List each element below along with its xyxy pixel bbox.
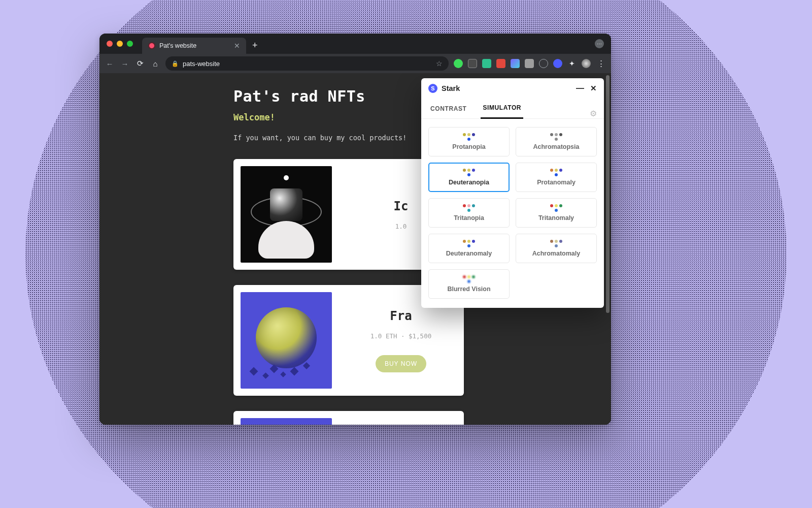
scrollbar-thumb[interactable]	[606, 75, 610, 313]
sim-label: Protanopia	[452, 143, 485, 150]
sim-label: Achromatomaly	[532, 250, 580, 257]
extensions-puzzle-icon[interactable]: ✦	[567, 59, 577, 68]
stark-panel-header: S Stark — ✕	[421, 78, 604, 99]
favicon-icon	[148, 42, 155, 49]
gear-icon[interactable]: ⚙	[590, 109, 597, 118]
color-dots-icon	[462, 275, 476, 283]
address-bar[interactable]: 🔒 pats-website ☆	[165, 56, 449, 71]
tab-close-icon[interactable]: ✕	[234, 42, 240, 50]
reload-button[interactable]: ⟳	[135, 59, 145, 68]
extension-icon[interactable]	[482, 59, 491, 68]
url-text: pats-website	[183, 60, 220, 68]
kebab-menu-icon[interactable]: ⋮	[596, 59, 606, 68]
extension-icon[interactable]	[511, 59, 520, 68]
minimize-icon[interactable]: —	[576, 84, 584, 93]
page-viewport: Pat's rad NFTs Welcome! If you want, you…	[99, 73, 611, 425]
extension-icon[interactable]	[454, 59, 463, 68]
product-thumbnail	[241, 292, 332, 389]
toolbar: ← → ⟳ ⌂ 🔒 pats-website ☆ ✦ ⋮	[99, 54, 611, 73]
sim-tritanomaly[interactable]: Tritanomaly	[516, 198, 597, 228]
product-title: Ic	[394, 199, 409, 213]
extension-icon[interactable]	[496, 59, 505, 68]
back-button[interactable]: ←	[105, 59, 115, 68]
stark-tabs: CONTRAST SIMULATOR ⚙	[421, 99, 604, 119]
sim-blurred[interactable]: Blurred Vision	[428, 269, 510, 299]
color-dots-icon	[462, 204, 476, 212]
color-dots-icon	[462, 133, 476, 141]
new-tab-button[interactable]: +	[252, 40, 258, 51]
sim-achromatopsia[interactable]: Achromatopsia	[516, 127, 597, 156]
extensions-tray: ✦ ⋮	[454, 59, 606, 68]
color-dots-icon	[549, 133, 563, 141]
stark-logo-icon: S	[428, 84, 437, 93]
extension-icon[interactable]	[468, 59, 477, 68]
sim-label: Deuteranopia	[449, 179, 489, 186]
color-dots-icon	[462, 240, 476, 247]
profile-avatar[interactable]	[582, 59, 591, 68]
stark-extension-icon[interactable]	[553, 59, 562, 68]
forward-button[interactable]: →	[120, 59, 130, 68]
sim-label: Deuteranomaly	[446, 250, 492, 257]
info-icon[interactable]	[539, 59, 548, 68]
buy-now-button[interactable]: BUY NOW	[376, 355, 426, 372]
product-price: 1.0 ETH · $1,500	[370, 332, 431, 340]
stark-panel: S Stark — ✕ CONTRAST SIMULATOR ⚙ Protano…	[421, 78, 604, 308]
window-menu-icon[interactable]: ⋯	[595, 39, 604, 48]
sim-label: Blurred Vision	[447, 285, 490, 293]
browser-tab[interactable]: Pat's website ✕	[142, 38, 246, 54]
sim-protanopia[interactable]: Protanopia	[428, 127, 510, 156]
product-card	[233, 411, 464, 425]
tab-strip: Pat's website ✕ + ⋯	[99, 34, 611, 54]
tab-simulator[interactable]: SIMULATOR	[481, 99, 523, 119]
sim-label: Protanomaly	[537, 179, 576, 186]
close-icon[interactable]: ✕	[590, 84, 597, 93]
color-dots-icon	[549, 240, 563, 247]
extension-icon[interactable]	[525, 59, 534, 68]
sim-label: Achromatopsia	[533, 143, 580, 150]
traffic-lights[interactable]	[107, 41, 133, 47]
simulator-grid: ProtanopiaAchromatopsiaDeuteranopiaProta…	[421, 119, 604, 308]
browser-window: Pat's website ✕ + ⋯ ← → ⟳ ⌂ 🔒 pats-websi…	[99, 34, 611, 425]
close-window-icon[interactable]	[107, 41, 113, 47]
tab-title: Pat's website	[159, 42, 230, 49]
sim-deuteranomaly[interactable]: Deuteranomaly	[428, 234, 510, 263]
sim-achromatomaly[interactable]: Achromatomaly	[516, 234, 597, 263]
maximize-window-icon[interactable]	[127, 41, 133, 47]
product-price: 1.0	[395, 223, 407, 230]
color-dots-icon	[462, 169, 476, 176]
sim-label: Tritanopia	[454, 214, 484, 221]
scrollbar-track[interactable]	[605, 73, 611, 425]
home-button[interactable]: ⌂	[150, 59, 160, 68]
stark-title: Stark	[442, 84, 572, 92]
sim-label: Tritanomaly	[538, 214, 574, 221]
minimize-window-icon[interactable]	[117, 41, 123, 47]
product-title: Fra	[390, 309, 412, 323]
bookmark-star-icon[interactable]: ☆	[436, 59, 443, 68]
product-thumbnail	[241, 418, 332, 425]
color-dots-icon	[549, 169, 563, 176]
color-dots-icon	[549, 204, 563, 212]
sim-protanomaly[interactable]: Protanomaly	[516, 163, 597, 192]
tab-contrast[interactable]: CONTRAST	[428, 100, 468, 118]
lock-icon: 🔒	[172, 60, 179, 67]
product-thumbnail	[241, 166, 332, 263]
sim-deuteranopia[interactable]: Deuteranopia	[428, 163, 510, 192]
sim-tritanopia[interactable]: Tritanopia	[428, 198, 510, 228]
